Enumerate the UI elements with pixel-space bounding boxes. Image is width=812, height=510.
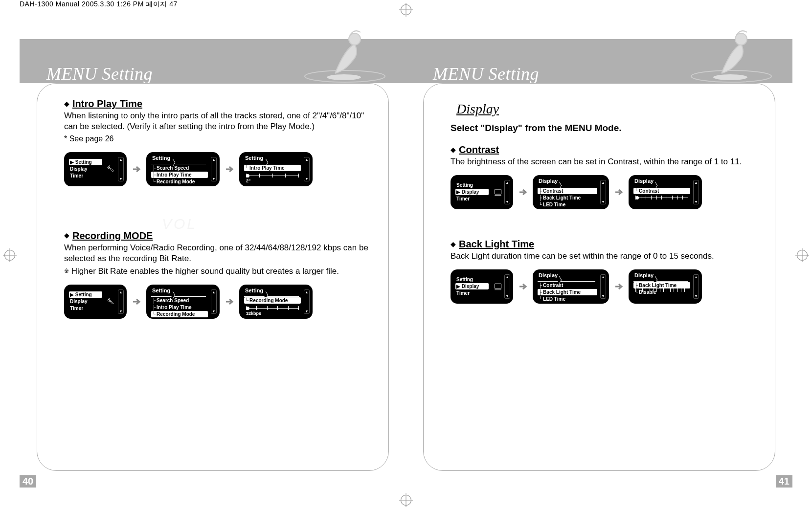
screen-tab: Setting [151, 155, 172, 161]
device-screen: Display Contrast Back Light Time LED Tim… [533, 269, 609, 304]
menu-item: Back Light Time [543, 195, 581, 200]
svg-point-14 [349, 33, 361, 45]
section-tip: ※ Higher Bit Rate enables the higher sou… [64, 266, 369, 277]
menu-item: LED Time [543, 296, 565, 302]
menu-item: Display [70, 299, 88, 304]
arrow-right-icon [225, 164, 234, 174]
screen-tab: Display [538, 272, 560, 279]
menu-item: Intro Play Time [249, 165, 285, 171]
svg-rect-18 [495, 189, 501, 194]
subsection-title: Display [456, 101, 755, 117]
menu-item: Recording Mode [157, 311, 195, 317]
slider-value: 2" [246, 178, 250, 183]
display-icon [492, 182, 504, 202]
device-screen: Display Back Light Time Disable ▲▼ [629, 269, 702, 304]
page-spread: MENU Setting ◆ Intro Play Time When list… [20, 20, 792, 490]
arrow-right-icon [225, 297, 234, 307]
crop-mark-left [0, 245, 20, 265]
svg-rect-20 [495, 284, 501, 288]
arrow-right-icon [518, 187, 528, 197]
page-number: 40 [20, 475, 36, 488]
section-title: Contrast [459, 144, 499, 155]
menu-item: Timer [70, 173, 83, 178]
device-screen: Setting ▶ Display Timer ▲▼ [451, 269, 513, 304]
svg-point-17 [735, 33, 747, 45]
menu-item: ▶ Display [456, 284, 479, 289]
section-body: When performing Voice/Radio Recording, o… [64, 243, 369, 264]
menu-item: Back Light Time [639, 283, 677, 288]
diamond-bullet-icon: ◆ [64, 100, 69, 108]
screen-row-intro: ▶ Setting Display Timer ▲▼ [64, 152, 369, 186]
device-screen: ▶ Setting Display Timer ▲▼ [64, 152, 127, 186]
wrench-icon [105, 292, 118, 311]
arrow-right-icon [132, 164, 141, 174]
diamond-bullet-icon: ◆ [451, 146, 456, 154]
page-number: 41 [776, 475, 792, 488]
menu-item: Timer [456, 290, 470, 296]
menu-item: ▶ Setting [70, 292, 92, 297]
screen-tab: Setting [244, 155, 265, 161]
screen-tab: Display [538, 178, 560, 184]
section-body: When listening to only the intro parts o… [64, 111, 369, 132]
scrollbar: ▲▼ [118, 157, 124, 181]
screen-row-recmode: ▶ Setting Display Timer ▲▼ Settin [64, 285, 369, 319]
arrow-right-icon [614, 187, 624, 197]
menu-item: Intro Play Time [157, 305, 192, 310]
menu-item: Contrast [639, 188, 659, 194]
device-screen: Setting Search Speed Intro Play Time Rec… [146, 152, 220, 186]
scrollbar: ▲▼ [693, 274, 699, 299]
section-title: Recording MODE [72, 230, 153, 242]
page-title: MENU Setting [46, 64, 153, 84]
mascot-illustration [687, 28, 775, 85]
scrollbar: ▲▼ [600, 180, 606, 204]
menu-item: Timer [456, 196, 470, 201]
scrollbar: ▲▼ [304, 157, 310, 181]
menu-item: Timer [70, 306, 83, 311]
menu-item: Setting [456, 182, 473, 188]
scrollbar: ▲▼ [304, 289, 310, 314]
section-title: Intro Play Time [72, 98, 142, 110]
document-header: DAH-1300 Manual 2005.3.30 1:26 PM 페이지 47 [20, 0, 178, 9]
screen-tab: Setting [244, 288, 265, 294]
menu-item: Setting [456, 277, 473, 282]
diamond-bullet-icon: ◆ [451, 240, 456, 248]
scrollbar: ▲▼ [600, 274, 606, 299]
screen-tab: Setting [151, 288, 172, 294]
content-panel: Display Select "Display" from the MENU M… [423, 83, 775, 471]
diamond-bullet-icon: ◆ [64, 231, 69, 239]
menu-item: Back Light Time [543, 289, 581, 295]
tip-text: Higher Bit Rate enables the higher sound… [71, 266, 339, 276]
device-screen: Display Contrast ▲▼ [629, 175, 702, 209]
device-screen: Setting ▶ Display Timer ▲▼ [451, 175, 513, 209]
device-screen: ▶ Setting Display Timer ▲▼ [64, 285, 127, 319]
scrollbar: ▲▼ [504, 274, 510, 299]
device-screen: Setting Recording Mode 32kbps ▲▼ [239, 285, 313, 319]
device-screen: Setting Search Speed Intro Play Time Rec… [146, 285, 220, 319]
device-screen: Display Contrast Back Light Time LED Tim… [533, 175, 609, 209]
section-recording-mode: ◆ Recording MODE When performing Voice/R… [64, 230, 369, 319]
section-contrast: ◆ Contrast The brightness of the screen … [451, 144, 755, 209]
menu-item: Contrast [543, 188, 563, 194]
section-body: The brightness of the screen can be set … [451, 156, 755, 167]
section-intro-play-time: ◆ Intro Play Time When listening to only… [64, 98, 369, 186]
menu-item: Contrast [543, 283, 563, 288]
screen-tab: Display [633, 272, 655, 279]
scrollbar: ▲▼ [693, 180, 699, 204]
menu-item: ▶ Display [456, 189, 479, 195]
menu-item: Search Speed [157, 298, 189, 303]
instruction-text: Select "Display" from the MENU Mode. [451, 123, 755, 133]
menu-item: LED Time [543, 202, 565, 207]
arrow-right-icon [132, 297, 141, 307]
mascot-illustration [301, 28, 389, 85]
section-backlight-time: ◆ Back Light Time Back Light duration ti… [451, 239, 755, 304]
scrollbar: ▲▼ [211, 157, 217, 181]
section-title: Back Light Time [459, 239, 534, 250]
slider-value: 32kbps [246, 311, 261, 316]
device-screen: Setting Intro Play Time 2" ▲▼ [239, 152, 313, 186]
section-body: Back Light duration time can be set with… [451, 251, 755, 262]
page-left: MENU Setting ◆ Intro Play Time When list… [20, 20, 406, 490]
menu-item: Display [70, 166, 88, 172]
svg-point-16 [713, 74, 747, 80]
crop-mark-bottom [396, 490, 416, 510]
arrow-right-icon [614, 282, 624, 291]
